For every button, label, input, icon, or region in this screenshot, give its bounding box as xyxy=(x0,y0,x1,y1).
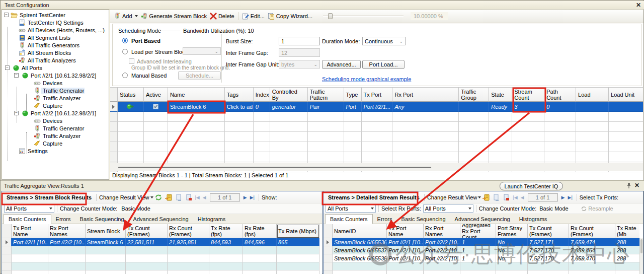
col-tx-rate-mbps[interactable]: Tx Rate (Mbps) xyxy=(277,224,319,238)
next-page-icon[interactable]: ▶ xyxy=(561,195,565,200)
col-rx-port-names[interactable]: Rx Port Names xyxy=(424,224,460,238)
change-result-view-button[interactable]: Change Result View xyxy=(427,194,477,200)
delete-button[interactable]: Delete xyxy=(208,12,236,21)
col-rx-rate-fps[interactable]: Rx Rate (fps) xyxy=(243,224,277,238)
result-row[interactable]: Port //2/1 [10... Port //2/2 [10.... Str… xyxy=(2,238,322,246)
col-header-stream-count[interactable]: Stream Count xyxy=(512,87,544,102)
duration-mode-combo[interactable]: Continuous⌄ xyxy=(362,37,406,45)
refresh-icon[interactable] xyxy=(154,193,163,201)
last-page-icon[interactable]: ▶| xyxy=(568,195,572,200)
col-tx-count[interactable]: Tx Count (Frames) xyxy=(528,224,569,238)
load-per-stream-block-radio[interactable] xyxy=(122,49,128,54)
col-header-path-count[interactable]: Path Count xyxy=(544,87,576,102)
ports-filter-combo[interactable]: All Ports xyxy=(4,204,54,213)
tree-item-all-traffic-analyzers[interactable]: All Traffic Analyzers xyxy=(2,56,76,64)
col-aggregated-rx[interactable]: Aggregated Rx Port Count xyxy=(460,224,496,238)
cell-tags[interactable]: Click to ad... xyxy=(225,102,254,112)
col-rx-count[interactable]: Rx Count (Frames) xyxy=(569,224,615,238)
tab-advanced-sequencing[interactable]: Advanced Sequencing xyxy=(450,215,515,224)
counter-mode-combo[interactable]: Basic Mode xyxy=(539,206,580,212)
burst-size-input[interactable]: 1 xyxy=(279,37,320,45)
col-tx-port-name[interactable]: Tx Port Name xyxy=(12,224,48,238)
tree-item-port-2-2[interactable]: Port //2/2 [10.61.32.98/2/1] xyxy=(2,109,96,117)
cell-active[interactable] xyxy=(144,102,168,112)
add-button[interactable]: Add xyxy=(112,12,139,21)
col-tx-count[interactable]: Tx Count (Frames) xyxy=(126,224,168,238)
col-header-name[interactable]: Name xyxy=(168,87,225,102)
prev-page-icon[interactable]: ◀ xyxy=(203,195,206,200)
col-header-tx-port[interactable]: Tx Port xyxy=(362,87,393,102)
pin-icon[interactable] xyxy=(626,182,632,189)
first-page-icon[interactable]: |◀ xyxy=(513,195,517,200)
port-based-radio[interactable] xyxy=(122,38,128,43)
view-selector[interactable]: Streams > Stream Block Results xyxy=(5,194,94,200)
scrollbar-thumb[interactable] xyxy=(640,239,642,253)
export-results-icon[interactable] xyxy=(492,193,500,201)
tree-item-capture[interactable]: Capture xyxy=(2,140,62,147)
counter-mode-combo[interactable]: Basic Mode xyxy=(121,206,174,212)
col-header-traffic-pattern[interactable]: Traffic Pattern xyxy=(308,87,344,102)
export-results-icon[interactable] xyxy=(175,193,183,201)
tree-item-devices[interactable]: Devices xyxy=(2,117,62,124)
col-tx-rate-mb[interactable]: Tx Rate (Mb xyxy=(615,224,639,238)
cell-name[interactable]: StreamBlock 6 xyxy=(168,102,225,112)
load-per-stream-combo[interactable]: ⌄ xyxy=(183,47,221,55)
scrollbar-thumb[interactable] xyxy=(118,167,431,168)
tree-item-traffic-analyzer[interactable]: Traffic Analyzer xyxy=(2,94,80,102)
collapse-icon[interactable] xyxy=(14,111,19,115)
generate-stream-block-button[interactable]: Generate Stream Block xyxy=(139,12,208,21)
tree-item-port-2-1[interactable]: Port //2/1 [10.61.32.98/2/2] xyxy=(2,72,96,79)
utilization-slider[interactable] xyxy=(323,13,404,20)
tab-errors[interactable]: Errors xyxy=(373,215,397,224)
launch-testcenter-iq-button[interactable]: Launch TestCenter IQ xyxy=(500,182,563,190)
col-header-rx-port[interactable]: Rx Port xyxy=(392,87,459,102)
col-rx-count[interactable]: Rx Count (Frames) xyxy=(168,224,209,238)
tab-basic-sequencing[interactable]: Basic Sequencing xyxy=(75,215,129,224)
tree-item-traffic-generator[interactable]: Traffic Generator xyxy=(2,124,85,132)
results-close-icon[interactable]: ✕ xyxy=(634,182,639,189)
tab-errors[interactable]: Errors xyxy=(51,215,75,224)
advanced-interleaving-checkbox[interactable] xyxy=(129,58,134,64)
schedule-button[interactable]: Schedule... xyxy=(178,71,221,80)
tree-item-all-ports[interactable]: All Ports xyxy=(2,64,42,72)
col-name-id[interactable]: Name/ID xyxy=(333,224,387,238)
prev-page-icon[interactable]: ◀ xyxy=(521,195,524,200)
tree-item-capture[interactable]: Capture xyxy=(2,102,62,109)
last-page-icon[interactable]: ▶| xyxy=(250,195,255,200)
col-header-controlledby[interactable]: Controlled By xyxy=(270,87,308,102)
collapse-icon[interactable] xyxy=(5,65,10,70)
close-icon[interactable]: ✕ xyxy=(636,2,641,9)
col-tx-rate-fps[interactable]: Tx Rate (fps) xyxy=(209,224,243,238)
tab-histograms[interactable]: Histograms xyxy=(515,215,552,224)
tab-histograms[interactable]: Histograms xyxy=(193,215,230,224)
next-page-icon[interactable]: ▶ xyxy=(244,195,247,200)
col-header-index[interactable]: Index xyxy=(254,87,270,102)
tree-item-all-segment-lists[interactable]: All Segment Lists xyxy=(2,34,70,41)
col-header-active[interactable]: Active xyxy=(144,87,168,102)
tree-item-settings[interactable]: Settings xyxy=(2,147,48,155)
view-selector[interactable]: Streams > Detailed Stream Results xyxy=(326,194,422,200)
save-results-icon[interactable] xyxy=(502,193,510,201)
col-header-load-unit[interactable]: Load Unit xyxy=(609,87,643,102)
import-results-icon[interactable] xyxy=(482,193,490,201)
slider-thumb[interactable] xyxy=(328,13,333,19)
collapse-icon[interactable] xyxy=(4,13,9,17)
tree-item-all-devices[interactable]: All Devices (Hosts, Routers, ...) xyxy=(2,26,105,34)
col-header-tags[interactable]: Tags xyxy=(225,87,254,102)
tab-advanced-sequencing[interactable]: Advanced Sequencing xyxy=(129,215,193,224)
col-header-traffic-group[interactable]: Traffic Group xyxy=(459,87,489,102)
col-header-load[interactable]: Load xyxy=(576,87,609,102)
copy-wizard-button[interactable]: Copy Wizard... xyxy=(266,12,314,21)
col-tx-port-name[interactable]: Tx Port Name xyxy=(387,224,424,238)
collapse-icon[interactable] xyxy=(14,73,19,78)
col-port-stray[interactable]: Port Stray Frames xyxy=(496,224,528,238)
manual-based-radio[interactable] xyxy=(122,73,128,78)
tree-item-testcenter-iq-settings[interactable]: TestCenter IQ Settings xyxy=(2,19,84,26)
inter-frame-gap-input[interactable]: 12 xyxy=(279,48,320,57)
port-load-button[interactable]: Port Load... xyxy=(362,60,405,69)
change-result-view-button[interactable]: Change Result View xyxy=(99,194,149,200)
rx-ports-combo[interactable]: All Ports xyxy=(423,204,473,213)
first-page-icon[interactable]: |◀ xyxy=(195,195,200,200)
tree-item-spirent-testcenter[interactable]: Spirent TestCenter xyxy=(2,11,65,19)
tree-item-traffic-analyzer[interactable]: Traffic Analyzer xyxy=(2,132,80,140)
